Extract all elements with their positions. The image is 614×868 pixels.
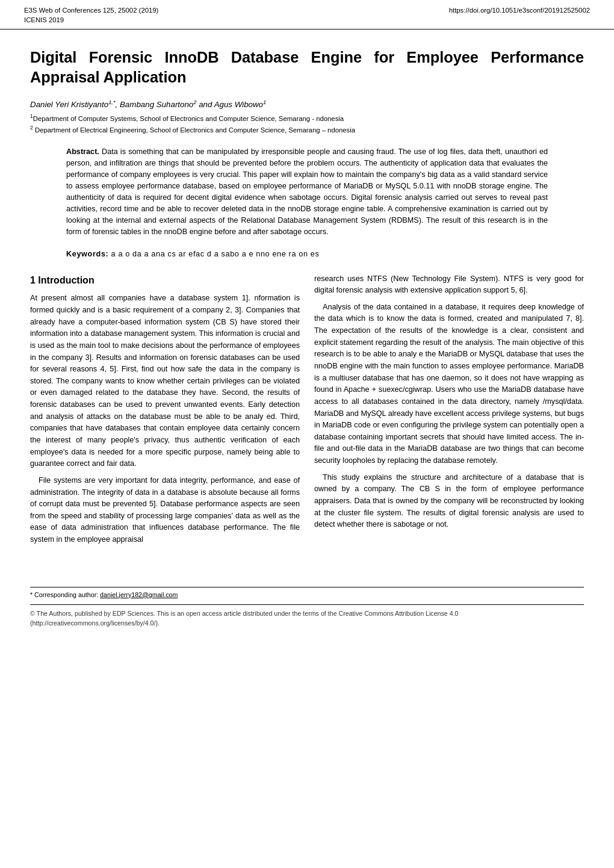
section1-title: 1 Introduction	[30, 273, 300, 288]
authors-line: Daniel Yeri Kristiyanto1,*, Bambang Suha…	[30, 99, 584, 109]
header-doi: https://doi.org/10.1051/e3sconf/20191252…	[449, 6, 590, 16]
right-para-2: Analysis of the data contained in a data…	[314, 302, 584, 467]
main-content: Digital Forensic InnoDB Database Engine …	[0, 29, 614, 575]
affiliations: 1Department of Computer Systems, School …	[30, 113, 584, 135]
copyright-text: © The Authors, published by EDP Sciences…	[30, 610, 459, 627]
header-conference: ICENIS 2019	[24, 16, 158, 25]
page: E3S Web of Conferences 125, 25002 (2019)…	[0, 0, 614, 868]
copyright-bar: © The Authors, published by EDP Sciences…	[30, 604, 584, 628]
right-para-3: This study explains the structure and ar…	[314, 472, 584, 531]
right-para-1: research uses NTFS (New Technology File …	[314, 273, 584, 297]
paper-title: Digital Forensic InnoDB Database Engine …	[30, 48, 584, 87]
keywords-label: Keywords:	[66, 250, 108, 258]
header-left: E3S Web of Conferences 125, 25002 (2019)…	[24, 6, 158, 25]
header-journal: E3S Web of Conferences 125, 25002 (2019)	[24, 6, 158, 16]
abstract-label: Abstract.	[66, 147, 99, 156]
keywords-text: a a o da a ana cs ar efac d a sabo a e n…	[111, 250, 320, 258]
two-column-body: 1 Introduction At present almost all com…	[30, 273, 584, 551]
affiliation-2: 2 Department of Electrical Engineering, …	[30, 124, 584, 135]
right-column: research uses NTFS (New Technology File …	[314, 273, 584, 551]
footnote-label: Corresponding author:	[34, 591, 100, 598]
footnote-area: * Corresponding author: daniel.jerry182@…	[30, 587, 584, 598]
abstract-section: Abstract. Data is something that can be …	[66, 146, 548, 238]
left-column: 1 Introduction At present almost all com…	[30, 273, 300, 551]
top-header: E3S Web of Conferences 125, 25002 (2019)…	[0, 0, 614, 29]
footnote-email[interactable]: daniel.jerry182@gmail.com	[100, 591, 178, 598]
header-right: https://doi.org/10.1051/e3sconf/20191252…	[449, 6, 590, 16]
abstract-text: Data is something that can be manipulate…	[66, 147, 548, 236]
intro-para-2: File systems are very important for data…	[30, 475, 300, 546]
keywords-section: Keywords: a a o da a ana cs ar efac d a …	[66, 249, 548, 260]
affiliation-1: 1Department of Computer Systems, School …	[30, 113, 584, 124]
intro-para-1: At present almost all companies have a d…	[30, 293, 300, 470]
